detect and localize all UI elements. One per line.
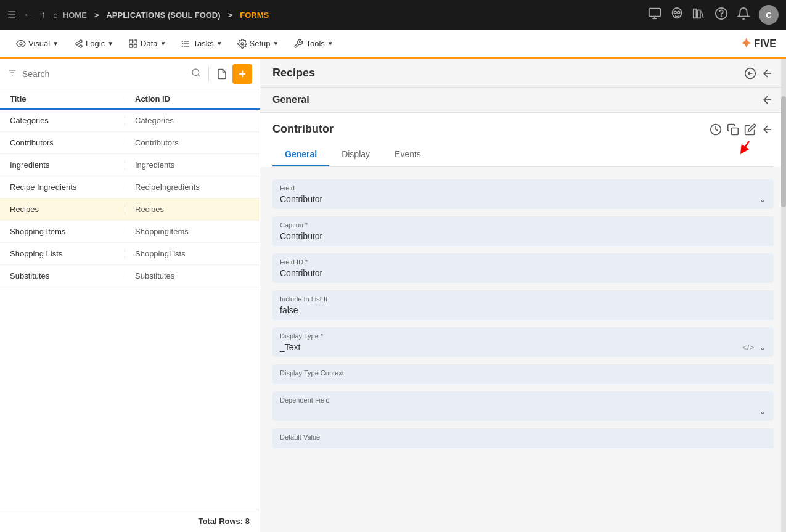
svg-point-11 xyxy=(76,43,78,45)
main-layout: + Title Action ID CategoriesCategoriesCo… xyxy=(0,59,786,532)
right-panel-title: Recipes xyxy=(272,67,315,80)
column-title-header: Title xyxy=(10,94,125,104)
field-group[interactable]: Default Value xyxy=(272,428,774,448)
contributor-card: Contributor xyxy=(260,113,786,167)
help-icon[interactable] xyxy=(714,7,728,23)
table-row[interactable]: Shopping ItemsShoppingItems xyxy=(0,221,260,243)
scrollbar-track[interactable] xyxy=(781,59,786,532)
field-label: Field xyxy=(280,184,766,192)
bell-icon[interactable] xyxy=(737,7,750,23)
setup-menu[interactable]: Setup ▼ xyxy=(231,35,285,52)
right-header-arrow-btn[interactable] xyxy=(761,67,774,80)
field-group[interactable]: Display Type * _Text </>⌄ xyxy=(272,327,774,357)
contributor-actions xyxy=(710,123,774,136)
dropdown-icon[interactable]: ⌄ xyxy=(759,406,766,416)
tab-events[interactable]: Events xyxy=(382,143,433,166)
breadcrumb: ⌂ HOME > APPLICATIONS (SOUL FOOD) > FORM… xyxy=(53,10,269,20)
field-label: Field ID * xyxy=(280,258,766,266)
table-footer: Total Rows: 8 xyxy=(0,510,260,532)
field-label: Dependent Field xyxy=(280,396,766,404)
tab-display[interactable]: Display xyxy=(329,143,382,166)
table-row[interactable]: SubstitutesSubstitutes xyxy=(0,265,260,287)
user-avatar[interactable]: C xyxy=(759,5,779,25)
dropdown-icon[interactable]: ⌄ xyxy=(759,342,766,352)
tools-menu[interactable]: Tools ▼ xyxy=(287,35,339,52)
svg-point-5 xyxy=(678,11,680,14)
tasks-menu[interactable]: Tasks ▼ xyxy=(174,35,228,52)
visual-menu[interactable]: Visual ▼ xyxy=(10,35,65,52)
monitor-icon[interactable] xyxy=(648,7,661,23)
books-icon[interactable] xyxy=(692,7,706,23)
search-input[interactable] xyxy=(22,69,186,79)
breadcrumb-applications[interactable]: APPLICATIONS (SOUL FOOD) xyxy=(106,10,220,20)
row-title: Categories xyxy=(10,116,125,125)
breadcrumb-forms[interactable]: FORMS xyxy=(240,10,269,20)
field-value: Contributor xyxy=(280,231,766,241)
table-row[interactable]: CategoriesCategories xyxy=(0,110,260,132)
field-label: Include In List If xyxy=(280,295,766,303)
breadcrumb-home[interactable]: HOME xyxy=(63,10,87,20)
svg-rect-15 xyxy=(134,40,137,43)
code-icon[interactable]: </> xyxy=(742,343,754,352)
svg-point-21 xyxy=(241,43,244,45)
field-group[interactable]: Display Type Context xyxy=(272,364,774,384)
right-header-icons xyxy=(744,67,774,80)
field-label: Default Value xyxy=(280,433,766,441)
svg-rect-7 xyxy=(697,10,700,18)
history-btn[interactable] xyxy=(710,123,722,136)
field-value: Contributor xyxy=(280,268,766,278)
document-icon-btn[interactable] xyxy=(216,68,227,80)
row-title: Recipe Ingredients xyxy=(10,182,125,192)
row-action: Recipes xyxy=(125,205,250,214)
svg-rect-14 xyxy=(129,40,133,43)
dropdown-icon[interactable]: ⌄ xyxy=(759,194,766,204)
table-row[interactable]: RecipesRecipes xyxy=(0,198,260,221)
field-group[interactable]: Caption *Contributor xyxy=(272,216,774,246)
field-value: _Text xyxy=(280,342,300,352)
search-icon[interactable] xyxy=(191,68,201,80)
right-header-back-btn[interactable] xyxy=(744,67,756,80)
logic-menu[interactable]: Logic ▼ xyxy=(67,35,120,52)
up-arrow-icon[interactable]: ↑ xyxy=(41,9,46,20)
contributor-title: Contributor xyxy=(272,123,334,136)
right-panel-header: Recipes xyxy=(260,59,786,88)
row-title: Shopping Lists xyxy=(10,249,125,258)
form-area: Field Contributor ⌄Caption *ContributorF… xyxy=(260,167,786,532)
right-panel-wrapper: Recipes General xyxy=(260,59,786,532)
table-row[interactable]: Recipe IngredientsRecipeIngredients xyxy=(0,176,260,198)
edit-btn[interactable] xyxy=(744,123,756,136)
field-group[interactable]: Field Contributor ⌄ xyxy=(272,179,774,209)
left-panel: + Title Action ID CategoriesCategoriesCo… xyxy=(0,59,260,532)
scrollbar-thumb[interactable] xyxy=(781,96,786,207)
table-header: Title Action ID xyxy=(0,89,260,110)
svg-rect-0 xyxy=(649,8,660,16)
svg-line-26 xyxy=(198,75,200,76)
field-group[interactable]: Field ID *Contributor xyxy=(272,253,774,283)
field-label: Caption * xyxy=(280,221,766,229)
alien-icon[interactable] xyxy=(670,7,684,23)
field-group[interactable]: Dependent Field ⌄ xyxy=(272,391,774,421)
row-action: Categories xyxy=(125,116,250,125)
top-nav-right: C xyxy=(648,5,779,25)
add-button[interactable]: + xyxy=(232,64,252,84)
row-title: Ingredients xyxy=(10,160,125,170)
data-menu[interactable]: Data ▼ xyxy=(122,35,172,52)
row-action: RecipeIngredients xyxy=(125,182,250,192)
field-label: Display Type * xyxy=(280,332,766,340)
tab-general[interactable]: General xyxy=(272,143,329,166)
table-row[interactable]: ContributorsContributors xyxy=(0,132,260,154)
tabs: General Display Events xyxy=(272,143,774,167)
contributor-back-btn[interactable] xyxy=(761,123,774,136)
row-action: Ingredients xyxy=(125,160,250,170)
hamburger-icon[interactable]: ☰ xyxy=(7,9,16,21)
table-row[interactable]: Shopping ListsShoppingLists xyxy=(0,243,260,265)
row-title: Recipes xyxy=(10,205,125,214)
copy-btn[interactable] xyxy=(727,123,739,136)
back-arrow-icon[interactable]: ← xyxy=(23,9,33,20)
top-nav: ☰ ← ↑ ⌂ HOME > APPLICATIONS (SOUL FOOD) … xyxy=(0,0,786,30)
table-row[interactable]: IngredientsIngredients xyxy=(0,154,260,176)
section-back-btn[interactable] xyxy=(761,94,774,106)
field-label: Display Type Context xyxy=(280,369,766,377)
five-logo: ✦ FIVE xyxy=(740,36,776,52)
field-group[interactable]: Include In List Iffalse xyxy=(272,290,774,320)
